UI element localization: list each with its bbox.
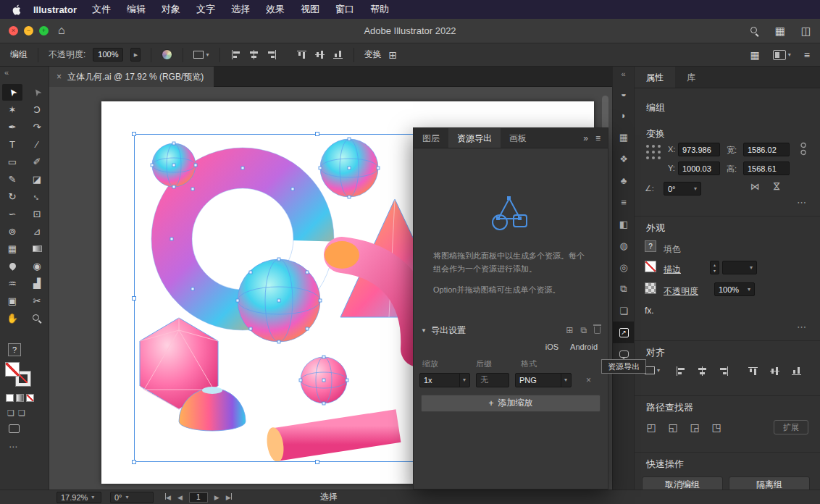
- properties-tab-属性[interactable]: 属性: [635, 67, 675, 88]
- menu-item[interactable]: 视图: [293, 4, 327, 14]
- pencil-tool[interactable]: ✎: [2, 171, 22, 188]
- eyedropper-tool[interactable]: [2, 258, 22, 274]
- stroke-weight-stepper[interactable]: ▴▾: [710, 261, 719, 274]
- hand-tool[interactable]: ✋: [2, 310, 22, 327]
- appearance-more-icon[interactable]: ⋯: [797, 322, 807, 332]
- screen-mode-icon[interactable]: [9, 424, 20, 433]
- eraser-tool[interactable]: ◪: [27, 171, 47, 188]
- scale-tool[interactable]: ↔: [27, 188, 47, 205]
- align-bottom-icon[interactable]: [792, 366, 801, 377]
- workspace-grid-icon[interactable]: ▦: [775, 25, 785, 38]
- first-artboard-icon[interactable]: ◀: [165, 493, 171, 501]
- search-icon[interactable]: [750, 27, 759, 35]
- menu-item[interactable]: 选择: [223, 4, 258, 14]
- slice-tool[interactable]: ✂: [27, 293, 47, 309]
- asset-panel-tab-图层[interactable]: 图层: [414, 128, 448, 148]
- close-tab-icon[interactable]: ×: [57, 72, 62, 82]
- app-name[interactable]: Illustrator: [26, 4, 84, 15]
- hamburger-menu-icon[interactable]: ≡: [804, 49, 810, 61]
- expand-button[interactable]: 扩展: [774, 420, 808, 434]
- brushes-icon[interactable]: ❖: [613, 148, 635, 169]
- selection-handle[interactable]: [132, 132, 136, 136]
- symbols-icon[interactable]: ♣: [613, 169, 635, 191]
- width-input[interactable]: 1586.02: [743, 143, 790, 156]
- fill-label[interactable]: 填色: [664, 243, 681, 256]
- app-grid-icon[interactable]: ▦: [750, 49, 760, 61]
- blend-tool[interactable]: ◉: [27, 258, 47, 274]
- width-tool[interactable]: ∽: [2, 206, 22, 222]
- add-setting-icon[interactable]: ⊞: [566, 325, 573, 335]
- artboard-number-field[interactable]: 1: [189, 492, 208, 503]
- free-transform-tool[interactable]: ⊡: [27, 206, 47, 222]
- menu-item[interactable]: 帮助: [362, 4, 397, 14]
- panel-overflow-icon[interactable]: »: [583, 133, 588, 143]
- symbol-sprayer-tool[interactable]: ♒: [2, 275, 22, 292]
- align-to-select[interactable]: ▾: [645, 366, 660, 374]
- collapse-tools-icon[interactable]: «: [4, 68, 9, 77]
- duplicate-setting-icon[interactable]: ⧉: [580, 325, 587, 335]
- shape-builder-tool[interactable]: ⊚: [2, 223, 22, 240]
- line-segment-tool[interactable]: ∕: [27, 136, 47, 153]
- edit-toolbar-icon[interactable]: ⋯: [9, 442, 18, 452]
- reference-point-grid[interactable]: [645, 143, 662, 161]
- menu-item[interactable]: 文件: [84, 4, 119, 14]
- 3d-icon[interactable]: ◍: [613, 235, 635, 256]
- gradient-tool[interactable]: [27, 240, 47, 257]
- recolor-artwork-icon[interactable]: [162, 49, 172, 60]
- suffix-input[interactable]: 无: [476, 373, 509, 387]
- link-dimensions-icon[interactable]: [798, 142, 808, 156]
- rotation-select[interactable]: 0° ▾: [110, 492, 154, 503]
- menu-item[interactable]: 效果: [258, 4, 293, 14]
- menu-item[interactable]: 编辑: [119, 4, 154, 14]
- opacity-label[interactable]: 不透明度: [664, 285, 698, 298]
- fill-swatch[interactable]: ?: [645, 240, 656, 252]
- x-input[interactable]: 973.986: [678, 143, 720, 156]
- stroke-weight-select[interactable]: ▾: [722, 261, 757, 274]
- height-input[interactable]: 1568.61: [743, 161, 790, 175]
- zoom-tool[interactable]: [27, 310, 47, 327]
- draw-behind-icon[interactable]: ❏: [18, 408, 25, 418]
- angle-select[interactable]: 0°▾: [664, 182, 701, 196]
- gradient-button[interactable]: [16, 394, 24, 402]
- align-left-icon[interactable]: [230, 50, 241, 59]
- delete-setting-icon[interactable]: [594, 327, 601, 334]
- layers-icon[interactable]: ❏: [613, 300, 635, 322]
- apple-icon[interactable]: [12, 4, 22, 15]
- color-button[interactable]: [6, 394, 14, 402]
- align-top-icon[interactable]: [748, 366, 758, 377]
- unite-icon[interactable]: ◰: [643, 420, 659, 434]
- rotate-tool[interactable]: ↻: [2, 188, 22, 205]
- column-graph-tool[interactable]: ▟: [27, 275, 47, 292]
- transform-more-icon[interactable]: ⋯: [797, 197, 807, 208]
- align-center-icon[interactable]: [697, 366, 708, 376]
- swatches-icon[interactable]: ◧: [613, 213, 635, 235]
- platform-android[interactable]: Android: [570, 343, 598, 351]
- stroke-icon[interactable]: ≡: [613, 191, 635, 213]
- color-icon[interactable]: ◒: [613, 83, 635, 104]
- attributes-icon[interactable]: ◎: [613, 256, 635, 278]
- stroke-color-swatch[interactable]: [645, 261, 656, 272]
- previous-artboard-icon[interactable]: ◀: [177, 494, 183, 501]
- next-artboard-icon[interactable]: ▶: [214, 494, 219, 501]
- perspective-grid-tool[interactable]: ⊿: [27, 223, 47, 240]
- selection-handle[interactable]: [315, 460, 319, 464]
- align-middle-icon[interactable]: [315, 49, 325, 60]
- flip-horizontal-icon[interactable]: ⋈: [750, 181, 760, 192]
- exclude-icon[interactable]: ◳: [708, 420, 724, 434]
- panel-menu-icon[interactable]: ≡: [595, 133, 601, 143]
- opacity-chevron-button[interactable]: ▶: [130, 48, 141, 62]
- opacity-select[interactable]: 100%▾: [714, 282, 755, 296]
- scale-select[interactable]: 1x ▾: [419, 373, 470, 387]
- fill-swatch[interactable]: [5, 362, 20, 377]
- align-middle-icon[interactable]: [770, 366, 779, 377]
- asset-panel-tab-画板[interactable]: 画板: [501, 128, 535, 148]
- menu-item[interactable]: 对象: [154, 4, 188, 14]
- stroke-label[interactable]: 描边: [664, 264, 681, 276]
- document-tab[interactable]: × 立体几何.ai @ 17.92 % (RGB/预览): [49, 67, 214, 87]
- gradient-icon[interactable]: ◗: [613, 104, 635, 126]
- free-transform-icon[interactable]: ⊞: [389, 49, 398, 61]
- zoom-level-select[interactable]: 17.92% ▾: [57, 492, 101, 503]
- rectangle-tool[interactable]: ▭: [2, 154, 22, 170]
- mesh-tool[interactable]: ▦: [2, 240, 22, 257]
- align-right-icon[interactable]: [267, 50, 277, 59]
